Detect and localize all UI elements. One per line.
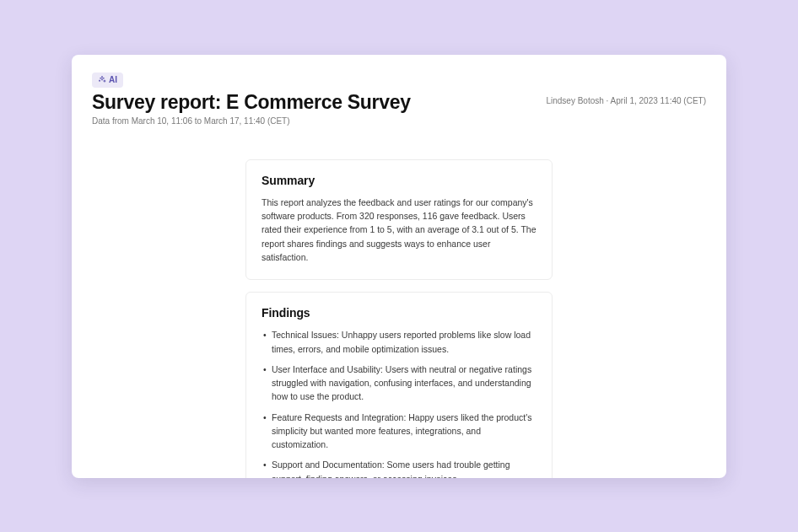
meta-separator: · bbox=[604, 96, 611, 105]
sparkle-icon bbox=[98, 75, 106, 85]
page-title: Survey report: E Commerce Survey bbox=[92, 91, 411, 113]
date-range: Data from March 10, 11:06 to March 17, 1… bbox=[92, 116, 706, 126]
header-meta: Lindsey Botosh · April 1, 2023 11:40 (CE… bbox=[546, 91, 706, 105]
findings-item: Technical Issues: Unhappy users reported… bbox=[262, 328, 536, 356]
header-row: Survey report: E Commerce Survey Lindsey… bbox=[92, 91, 706, 113]
report-timestamp: April 1, 2023 11:40 (CET) bbox=[611, 96, 706, 105]
findings-heading: Findings bbox=[262, 306, 536, 320]
ai-badge: AI bbox=[92, 73, 123, 88]
author-name: Lindsey Botosh bbox=[546, 96, 603, 105]
findings-item: Feature Requests and Integration: Happy … bbox=[262, 411, 536, 452]
summary-panel: Summary This report analyzes the feedbac… bbox=[245, 159, 553, 280]
summary-body: This report analyzes the feedback and us… bbox=[262, 196, 536, 264]
panels-container: Summary This report analyzes the feedbac… bbox=[92, 159, 706, 478]
summary-heading: Summary bbox=[262, 174, 536, 187]
findings-panel: Findings Technical Issues: Unhappy users… bbox=[245, 292, 553, 477]
findings-item: User Interface and Usability: Users with… bbox=[262, 363, 536, 404]
findings-item: Support and Documentation: Some users ha… bbox=[262, 458, 536, 477]
report-card: AI Survey report: E Commerce Survey Lind… bbox=[72, 55, 726, 478]
findings-list: Technical Issues: Unhappy users reported… bbox=[262, 328, 536, 477]
ai-badge-label: AI bbox=[109, 76, 117, 84]
